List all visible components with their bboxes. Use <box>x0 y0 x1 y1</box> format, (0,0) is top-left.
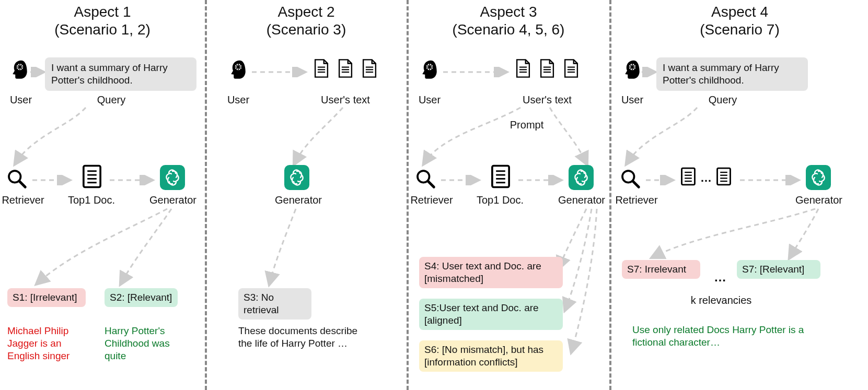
arrow-docs-to-generator <box>291 104 353 167</box>
user-text-docs-icon <box>513 55 581 81</box>
arrow-doc-to-generator <box>517 175 564 185</box>
k-relevancies-label: k relevancies <box>679 294 763 306</box>
s3-label: S3: No retrieval <box>244 292 279 315</box>
s2-text: Harry Potter's Childhood was quite <box>105 325 193 362</box>
query-bubble: I want a summary of Harry Potter's child… <box>656 57 808 91</box>
arrow-query-to-retriever <box>7 104 91 167</box>
user-head-icon <box>9 58 30 79</box>
s7b-box: S7: [Relevant] <box>737 260 820 279</box>
panel-aspect-1: Aspect 1 (Scenario 1, 2) User I want a s… <box>0 0 205 390</box>
docs-ellipsis: … <box>699 171 713 188</box>
s7a-box: S7: Irrelevant <box>622 260 700 279</box>
s5-box: S5:User text and Doc. are [aligned] <box>419 299 563 330</box>
s1-box: S1: [Irrelevant] <box>7 288 86 307</box>
arrow-docs-to-generator <box>545 104 597 167</box>
arrow-user-to-docs <box>251 67 308 77</box>
query-label: Query <box>88 94 135 106</box>
arrow-doc-to-generator <box>109 175 156 185</box>
arrow-docs-to-generator <box>739 175 802 185</box>
s1-label: S1: [Irrelevant] <box>13 292 77 303</box>
s2-box: S2: [Relevant] <box>105 288 178 307</box>
query-text: I want a summary of Harry Potter's child… <box>663 62 779 86</box>
document-icon <box>489 163 512 190</box>
panel-aspect-4: Aspect 4 (Scenario 7) User I want a summ… <box>611 0 868 390</box>
arrow-retriever-to-docs <box>645 175 676 185</box>
final-text: Use only related Docs Harry Potter is a … <box>632 324 820 349</box>
arrow-user-to-query <box>29 67 45 77</box>
aspect2-title-line2: (Scenario 3) <box>267 21 346 38</box>
s1-text: Michael Philip Jagger is an English sing… <box>7 325 96 362</box>
arrow-gen-to-s7b <box>784 205 831 262</box>
s5-label: S5:User text and Doc. are [aligned] <box>424 302 539 326</box>
arrow-retriever-to-doc <box>440 175 482 185</box>
s7a-label: S7: Irrelevant <box>627 264 686 275</box>
k-docs-icon: … <box>679 165 733 188</box>
doc-label: Top1 Doc. <box>471 194 529 206</box>
aspect4-title-line1: Aspect 4 <box>711 4 768 20</box>
s4-label: S4: User text and Doc. are [mismatched] <box>424 261 541 284</box>
panel-aspect-2: Aspect 2 (Scenario 3) User User's text G… <box>207 0 406 390</box>
aspect3-title-line2: (Scenario 4, 5, 6) <box>453 21 565 38</box>
arrow-gen-to-s3 <box>264 205 311 288</box>
generator-icon <box>160 165 185 190</box>
aspect4-title: Aspect 4 (Scenario 7) <box>611 3 868 38</box>
arrow-user-to-query <box>641 67 656 77</box>
aspect3-title-line1: Aspect 3 <box>480 4 537 20</box>
arrow-query-to-retriever <box>619 104 702 167</box>
s7-ellipsis: … <box>714 269 726 285</box>
aspect1-title-line1: Aspect 1 <box>74 4 131 20</box>
document-icon <box>80 163 103 190</box>
user-text-docs-icon <box>311 55 379 81</box>
generator-icon <box>284 165 309 190</box>
s2-label: S2: [Relevant] <box>110 292 172 303</box>
arrow-gen-to-s2 <box>115 205 188 288</box>
panel-aspect-3: Aspect 3 (Scenario 4, 5, 6) User User's … <box>409 0 608 390</box>
s6-box: S6: [No mismatch], but has [information … <box>419 340 563 372</box>
query-text: I want a summary of Harry Potter's child… <box>51 62 168 86</box>
arrow-retriever-to-doc <box>31 175 73 185</box>
aspect3-title: Aspect 3 (Scenario 4, 5, 6) <box>409 3 608 38</box>
user-label: User <box>223 94 254 106</box>
retriever-icon <box>415 168 436 189</box>
aspect4-title-line2: (Scenario 7) <box>700 21 780 38</box>
s4-box: S4: User text and Doc. are [mismatched] <box>419 257 563 288</box>
s3-text: These documents describe the life of Har… <box>238 325 364 350</box>
aspect1-title-line2: (Scenario 1, 2) <box>54 21 151 38</box>
s6-label: S6: [No mismatch], but has [information … <box>424 344 543 368</box>
user-head-icon <box>622 58 643 79</box>
s7b-label: S7: [Relevant] <box>742 264 804 275</box>
s3-box: S3: No retrieval <box>238 288 311 320</box>
retriever-icon <box>620 168 641 189</box>
arrow-user-to-docs <box>442 67 510 77</box>
aspect2-title: Aspect 2 (Scenario 3) <box>207 3 406 38</box>
query-label: Query <box>699 94 746 106</box>
user-head-icon <box>228 58 249 79</box>
retriever-label: Retriever <box>406 194 458 206</box>
generator-icon <box>806 165 831 190</box>
arrow-docs-to-retriever <box>416 104 531 167</box>
aspect2-title-line1: Aspect 2 <box>278 4 335 20</box>
aspect1-title: Aspect 1 (Scenario 1, 2) <box>0 3 205 38</box>
query-bubble: I want a summary of Harry Potter's child… <box>45 57 196 91</box>
user-head-icon <box>419 58 440 79</box>
arrow-gen-to-s6 <box>565 205 618 356</box>
retriever-icon <box>6 168 27 189</box>
generator-icon <box>569 165 594 190</box>
